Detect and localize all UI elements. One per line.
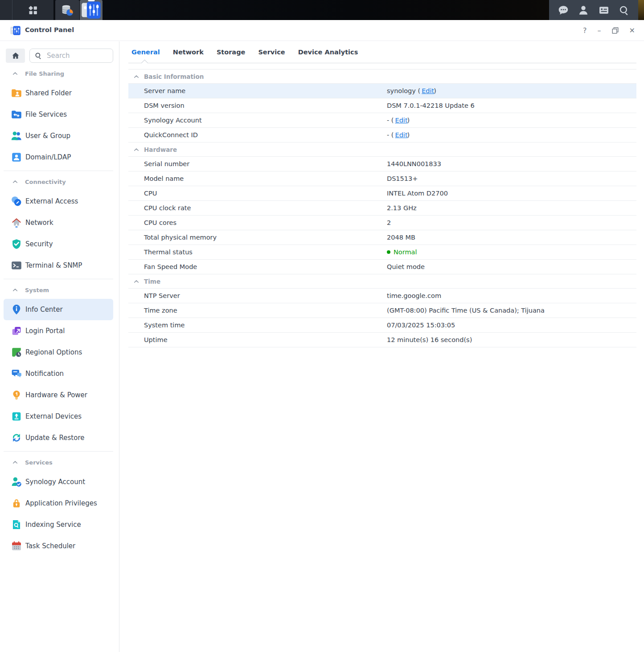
external-access-icon bbox=[11, 196, 22, 207]
minimize-button[interactable]: – bbox=[598, 27, 601, 34]
update-restore-icon bbox=[11, 432, 22, 444]
sidebar-item-synology-account[interactable]: Synology Account bbox=[4, 471, 113, 493]
sidebar-item-task-scheduler[interactable]: Task Scheduler bbox=[4, 535, 113, 557]
section-header-basic-information[interactable]: Basic Information bbox=[128, 69, 636, 84]
sidebar-item-update-restore[interactable]: Update & Restore bbox=[4, 427, 113, 448]
search-input[interactable] bbox=[46, 51, 108, 60]
info-row-server-name[interactable]: Server namesynology (Edit) bbox=[128, 84, 636, 98]
tray-user-menu-button[interactable] bbox=[578, 4, 589, 16]
sidebar-group-connectivity[interactable]: Connectivity bbox=[0, 173, 119, 191]
taskbar-button-control-panel[interactable] bbox=[80, 0, 103, 20]
row-label: Fan Speed Mode bbox=[128, 263, 387, 270]
sidebar-item-label: File Services bbox=[25, 110, 67, 118]
info-row-time-zone[interactable]: Time zone(GMT-08:00) Pacific Time (US & … bbox=[128, 303, 636, 318]
close-button[interactable]: ✕ bbox=[629, 27, 635, 34]
sidebar-item-application-privileges[interactable]: Application Privileges bbox=[4, 493, 113, 514]
help-button[interactable]: ? bbox=[583, 27, 587, 34]
sidebar-item-login-portal[interactable]: Login Portal bbox=[4, 320, 113, 342]
info-row-ntp-server[interactable]: NTP Servertime.google.com bbox=[128, 289, 636, 303]
info-row-system-time[interactable]: System time07/03/2025 15:03:05 bbox=[128, 318, 636, 333]
row-value: - (Edit) bbox=[387, 117, 636, 124]
sidebar-item-indexing-service[interactable]: Indexing Service bbox=[4, 514, 113, 535]
sidebar-divider bbox=[4, 451, 113, 452]
sidebar-divider bbox=[4, 171, 113, 171]
sidebar-group-services[interactable]: Services bbox=[0, 453, 119, 471]
tab-network[interactable]: Network bbox=[173, 49, 204, 56]
edit-link[interactable]: Edit bbox=[395, 117, 408, 124]
sidebar-item-hardware-power[interactable]: Hardware & Power bbox=[4, 384, 113, 406]
edit-link[interactable]: Edit bbox=[422, 87, 434, 94]
search-icon bbox=[34, 52, 42, 60]
info-row-model-name[interactable]: Model nameDS1513+ bbox=[128, 171, 636, 186]
info-row-fan-speed-mode[interactable]: Fan Speed ModeQuiet mode bbox=[128, 260, 636, 274]
sidebar-item-label: Domain/LDAP bbox=[25, 153, 71, 161]
value-text: 1440LNN001833 bbox=[387, 160, 441, 167]
info-row-quickconnect-id[interactable]: QuickConnect ID- (Edit) bbox=[128, 128, 636, 143]
control-panel-icon bbox=[80, 0, 103, 21]
sidebar: File SharingShared FolderFile ServicesUs… bbox=[0, 41, 119, 652]
sidebar-item-file-services[interactable]: File Services bbox=[4, 104, 113, 125]
tray-notifications-button[interactable] bbox=[558, 4, 569, 16]
sidebar-item-user-group[interactable]: User & Group bbox=[4, 125, 113, 147]
sidebar-group-file-sharing[interactable]: File Sharing bbox=[0, 65, 119, 82]
taskbar-button-storage-manager[interactable] bbox=[55, 0, 79, 20]
sidebar-group-label: Connectivity bbox=[25, 179, 66, 185]
value-text: ) bbox=[434, 87, 436, 94]
row-value: synology (Edit) bbox=[387, 87, 636, 94]
row-value: Normal bbox=[387, 249, 636, 256]
sidebar-item-security[interactable]: Security bbox=[4, 233, 113, 255]
row-label: QuickConnect ID bbox=[128, 131, 387, 139]
terminal-snmp-icon bbox=[11, 260, 22, 271]
wallpaper-strip bbox=[638, 0, 644, 20]
info-row-total-physical-memory[interactable]: Total physical memory2048 MB bbox=[128, 230, 636, 245]
info-row-uptime[interactable]: Uptime12 minute(s) 16 second(s) bbox=[128, 333, 636, 347]
sidebar-item-external-access[interactable]: External Access bbox=[4, 191, 113, 212]
value-text: 2.13 GHz bbox=[387, 204, 417, 212]
sidebar-divider bbox=[4, 279, 113, 279]
tray-widgets-button[interactable] bbox=[598, 4, 610, 16]
tab-device-analytics[interactable]: Device Analytics bbox=[298, 49, 358, 56]
sidebar-item-label: Synology Account bbox=[25, 478, 85, 486]
network-icon bbox=[11, 217, 22, 228]
value-text: ) bbox=[407, 117, 410, 124]
tab-storage[interactable]: Storage bbox=[217, 49, 246, 56]
info-row-cpu[interactable]: CPUINTEL Atom D2700 bbox=[128, 186, 636, 201]
sidebar-group-system[interactable]: System bbox=[0, 281, 119, 299]
chevron-up-icon bbox=[134, 75, 139, 78]
sidebar-item-info-center[interactable]: Info Center bbox=[4, 299, 113, 320]
taskbar bbox=[0, 0, 644, 20]
sidebar-item-network[interactable]: Network bbox=[4, 212, 113, 233]
section-header-hardware[interactable]: Hardware bbox=[128, 143, 636, 157]
row-value: DS1513+ bbox=[387, 175, 636, 182]
row-value: 2.13 GHz bbox=[387, 204, 636, 212]
sidebar-item-shared-folder[interactable]: Shared Folder bbox=[4, 82, 113, 104]
edit-link[interactable]: Edit bbox=[395, 131, 408, 139]
info-row-synology-account[interactable]: Synology Account- (Edit) bbox=[128, 113, 636, 128]
sidebar-item-external-devices[interactable]: External Devices bbox=[4, 406, 113, 427]
info-row-dsm-version[interactable]: DSM versionDSM 7.0.1-42218 Update 6 bbox=[128, 98, 636, 113]
taskbar-button-main-menu[interactable] bbox=[12, 0, 53, 20]
maximize-button[interactable] bbox=[612, 27, 619, 34]
sidebar-item-domain-ldap[interactable]: Domain/LDAP bbox=[4, 147, 113, 168]
section-header-time[interactable]: Time bbox=[128, 274, 636, 289]
info-row-cpu-cores[interactable]: CPU cores2 bbox=[128, 216, 636, 230]
info-row-thermal-status[interactable]: Thermal statusNormal bbox=[128, 245, 636, 260]
value-text: 12 minute(s) 16 second(s) bbox=[387, 336, 472, 343]
sidebar-item-label: Indexing Service bbox=[25, 521, 81, 529]
tab-service[interactable]: Service bbox=[258, 49, 285, 56]
info-row-cpu-clock-rate[interactable]: CPU clock rate2.13 GHz bbox=[128, 201, 636, 216]
section-title: Basic Information bbox=[144, 73, 204, 80]
chevron-up-icon bbox=[134, 280, 139, 283]
row-label: Synology Account bbox=[128, 117, 387, 124]
sidebar-item-regional-options[interactable]: Regional Options bbox=[4, 342, 113, 363]
tray-search-button[interactable] bbox=[618, 4, 630, 16]
info-row-serial-number[interactable]: Serial number1440LNN001833 bbox=[128, 157, 636, 171]
sidebar-item-label: External Devices bbox=[25, 412, 82, 420]
value-text: - ( bbox=[387, 131, 394, 139]
tab-general[interactable]: General bbox=[131, 49, 160, 56]
home-button[interactable] bbox=[6, 49, 25, 63]
sidebar-search bbox=[29, 49, 113, 63]
sidebar-item-notification[interactable]: Notification bbox=[4, 363, 113, 384]
sidebar-item-terminal-snmp[interactable]: Terminal & SNMP bbox=[4, 255, 113, 276]
row-value: 2 bbox=[387, 219, 636, 226]
